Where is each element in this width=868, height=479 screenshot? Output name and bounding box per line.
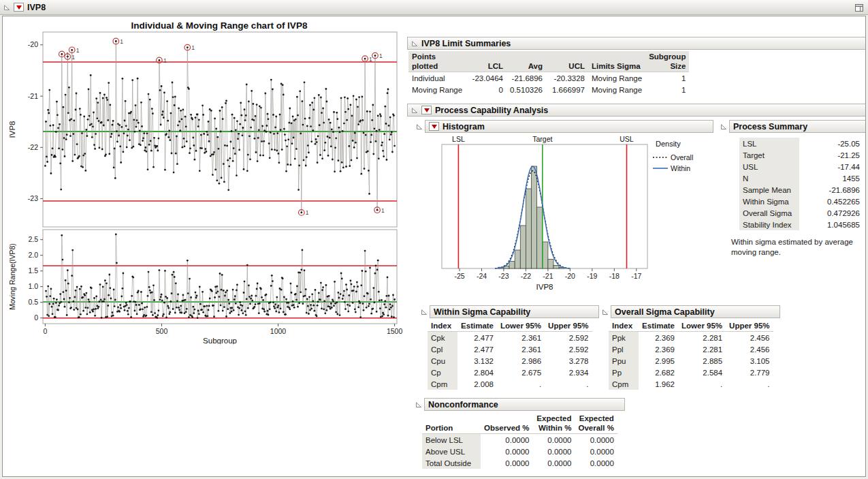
table-cell: 2.369 [639, 332, 678, 344]
table-row: Cpk2.4772.3612.592 [428, 332, 592, 344]
column-header: Estimate [457, 320, 497, 332]
column-header: UCL [546, 51, 588, 72]
disclosure-triangle-icon[interactable] [411, 107, 418, 114]
table-cell: 2.361 [497, 343, 545, 355]
table-header-row: IndexEstimateLower 95%Upper 95% [609, 320, 773, 332]
table-row: Below LSL0.00000.00000.0000 [422, 434, 617, 446]
table-cell: 0.0000 [575, 434, 617, 446]
table-row: LSL-25.05 [739, 138, 863, 149]
table-cell: Moving Range [588, 84, 645, 95]
svg-text:0: 0 [34, 313, 38, 322]
process-summary-header[interactable]: Process Summary [729, 120, 866, 133]
svg-text:0.5: 0.5 [28, 298, 38, 306]
table-cell: -17.44 [799, 161, 863, 172]
table-cell: 1 [645, 72, 689, 84]
table-cell: 0.0000 [481, 434, 532, 446]
table-cell: Cpm [609, 378, 639, 390]
svg-text:-23: -23 [498, 272, 509, 280]
column-header: Portion [422, 413, 481, 434]
report-right-panel: IVP8 Limit Summaries Points plottedLCLAv… [407, 37, 866, 476]
svg-text:1: 1 [191, 44, 195, 51]
table-row: Pp2.6822.5842.779 [609, 367, 773, 378]
column-header: Expected Overall % [575, 413, 617, 434]
svg-text:-22: -22 [28, 143, 38, 151]
process-capability-header[interactable]: Process Capability Analysis [407, 104, 866, 117]
red-triangle-menu-icon[interactable] [429, 122, 439, 131]
column-header: Upper 95% [726, 320, 773, 332]
table-row: Ppl2.3692.2812.456 [609, 343, 773, 355]
table-cell: 1455 [799, 172, 863, 184]
window-panel-icon[interactable] [854, 2, 865, 13]
column-header: Index [609, 320, 639, 332]
svg-text:IVP8: IVP8 [536, 283, 553, 291]
svg-text:-22: -22 [521, 272, 531, 280]
imr-control-chart[interactable]: Individual & Moving Range chart of IVP8-… [6, 18, 406, 344]
limit-summaries-header[interactable]: IVP8 Limit Summaries [407, 37, 866, 50]
table-cell: . [545, 378, 592, 390]
table-cell: 2.477 [457, 332, 497, 344]
column-header: Subgroup Size [645, 51, 689, 72]
svg-text:-19: -19 [587, 272, 597, 280]
table-cell: -20.3328 [546, 72, 588, 84]
table-row: Above USL0.00000.00000.0000 [422, 446, 617, 457]
section-title: Nonconformance [428, 400, 498, 410]
table-cell: . [497, 378, 545, 390]
table-cell: 2.008 [457, 378, 497, 390]
table-row: Ppk2.3692.2812.456 [609, 332, 773, 344]
table-cell: 2.456 [726, 343, 773, 355]
table-cell: 2.456 [726, 332, 773, 344]
table-cell: 2.675 [497, 367, 545, 378]
table-row: Individual-23.0464-21.6896-20.3328Moving… [408, 72, 689, 84]
process-summary-table: LSL-25.05Target-21.25USL-17.44N1455Sampl… [739, 138, 863, 230]
svg-text:-24: -24 [477, 272, 487, 280]
svg-text:1: 1 [163, 57, 167, 64]
disclosure-triangle-icon[interactable] [602, 309, 609, 315]
disclosure-triangle-icon[interactable] [3, 4, 10, 11]
table-cell: 0.452265 [799, 196, 863, 207]
disclosure-triangle-icon[interactable] [416, 123, 423, 130]
svg-text:2.0: 2.0 [28, 251, 38, 259]
histogram-header[interactable]: Histogram [425, 120, 713, 133]
table-row: Within Sigma0.452265 [739, 196, 863, 207]
table-cell: LSL [739, 138, 799, 149]
table-cell: -21.6896 [507, 72, 546, 84]
table-cell: 0.0000 [575, 457, 617, 469]
svg-text:1: 1 [381, 207, 385, 214]
table-cell: 2.281 [678, 332, 726, 344]
table-cell: 2.592 [545, 343, 592, 355]
within-capability-header[interactable]: Within Sigma Capability [430, 305, 599, 318]
section-title: Within Sigma Capability [434, 307, 530, 317]
capability-histogram[interactable]: LSLTargetUSL-25-24-23-22-21-20-19-18-17I… [423, 135, 726, 298]
disclosure-triangle-icon[interactable] [720, 123, 727, 130]
disclosure-triangle-icon[interactable] [411, 40, 418, 47]
table-row: Cpl2.4772.3612.592 [428, 343, 592, 355]
table-cell: Individual [408, 72, 467, 84]
table-cell: 2.477 [457, 343, 497, 355]
disclosure-triangle-icon[interactable] [415, 401, 422, 408]
table-cell: 0.0000 [532, 446, 575, 457]
table-cell: 2.934 [545, 367, 592, 378]
disclosure-triangle-icon[interactable] [421, 309, 428, 315]
table-cell: Moving Range [588, 72, 645, 84]
table-row: Cp2.8042.6752.934 [428, 367, 592, 378]
table-cell: 2.995 [639, 355, 678, 367]
table-cell: Stability Index [739, 219, 799, 230]
column-header: Upper 95% [545, 320, 592, 332]
table-cell: -25.05 [799, 138, 863, 149]
table-row: Cpm1.962.. [609, 378, 773, 390]
table-cell: -21.25 [799, 149, 863, 161]
column-header: Lower 95% [497, 320, 545, 332]
red-triangle-menu-icon[interactable] [421, 106, 432, 114]
table-cell: 2.361 [497, 332, 545, 344]
table-row: Target-21.25 [739, 149, 863, 161]
table-cell: 0.0000 [481, 446, 532, 457]
table-cell: 2.369 [639, 343, 678, 355]
table-cell: 0.0000 [575, 446, 617, 457]
red-triangle-menu-icon[interactable] [14, 3, 24, 12]
table-cell: Above USL [422, 446, 481, 457]
table-cell: N [739, 172, 799, 184]
window-titlebar: IVP8 [0, 0, 868, 15]
table-row: Cpm2.008.. [428, 378, 592, 390]
nonconformance-header[interactable]: Nonconformance [424, 398, 625, 411]
overall-capability-header[interactable]: Overall Sigma Capability [611, 305, 780, 318]
